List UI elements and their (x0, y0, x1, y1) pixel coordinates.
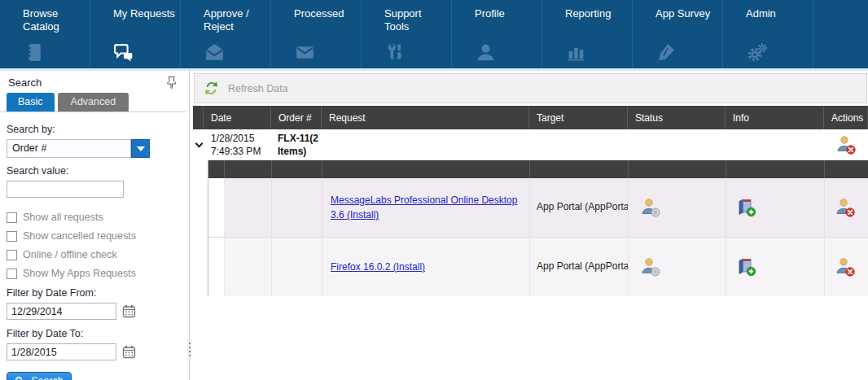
header-gutter (193, 106, 204, 129)
checkbox-label: Show cancelled requests (23, 230, 136, 242)
table-row: Firefox 16.0.2 (Install) App Portal (App… (208, 238, 868, 296)
date-from-input[interactable] (7, 303, 116, 320)
pen-icon (655, 41, 722, 63)
search-button[interactable]: Search (7, 372, 72, 380)
panel-splitter[interactable] (186, 71, 193, 380)
search-value-label: Search value: (7, 165, 179, 177)
column-header-date[interactable]: Date (204, 106, 271, 129)
order-group-row: 1/28/2015 7:49:33 PM FLX-11(2 Items) (193, 129, 868, 160)
nav-tab-reporting[interactable]: Reporting (542, 0, 633, 68)
person-icon (475, 41, 541, 63)
search-by-select[interactable]: Order # (7, 139, 150, 158)
refresh-icon (201, 78, 221, 98)
nav-tab-admin[interactable]: Admin (723, 0, 813, 68)
nav-tab-label: Profile (475, 7, 538, 20)
person-status-icon (640, 256, 661, 277)
refresh-label: Refresh Data (228, 83, 288, 94)
checkbox-label: Show all requests (23, 212, 103, 223)
sub-table-header (208, 160, 868, 178)
column-header-order[interactable]: Order # (271, 106, 322, 129)
info-cell (726, 238, 825, 296)
calendar-icon[interactable] (122, 345, 136, 359)
requests-pane: Refresh Data Date Order # Request Target… (193, 71, 868, 380)
actions-cell (825, 238, 868, 296)
column-header-request[interactable]: Request (322, 106, 529, 129)
install-package-icon[interactable] (736, 256, 757, 277)
nav-tab-label: Admin (746, 7, 809, 20)
nav-tab-browse-catalog[interactable]: Browse Catalog (0, 0, 90, 68)
dropdown-button[interactable] (131, 139, 150, 158)
nav-tab-processed[interactable]: Processed (271, 0, 362, 68)
person-cancel-icon[interactable] (824, 134, 868, 155)
target-cell: App Portal (AppPortal) on SCHAPAPPCM12BO… (530, 178, 629, 237)
checkbox-show-all-requests[interactable]: Show all requests (7, 212, 179, 223)
envelope-icon (294, 41, 361, 63)
person-cancel-icon[interactable] (835, 197, 856, 218)
checkbox[interactable] (7, 269, 17, 279)
status-cell (629, 238, 726, 296)
actions-cell (825, 178, 868, 237)
request-link[interactable]: Firefox 16.0.2 (Install) (331, 260, 425, 274)
search-by-label: Search by: (7, 124, 179, 135)
nav-tab-profile[interactable]: Profile (452, 0, 542, 68)
install-package-icon[interactable] (736, 197, 757, 218)
checkbox[interactable] (7, 231, 17, 242)
bar-chart-icon (565, 41, 632, 63)
order-items-table: MessageLabs Professional Online Desktop … (208, 160, 868, 296)
search-button-label: Search (31, 375, 64, 380)
nav-tab-label: App Survey (655, 7, 719, 20)
group-date: 1/28/2015 7:49:33 PM (204, 132, 271, 158)
target-cell: App Portal (AppPortal) on SCHAPAPPCM12BO… (530, 238, 629, 296)
pin-icon[interactable] (167, 76, 178, 89)
checkbox[interactable] (7, 212, 17, 223)
table-row: MessageLabs Professional Online Desktop … (208, 178, 868, 238)
nav-tab-label: Reporting (565, 7, 629, 20)
tab-advanced[interactable]: Advanced (58, 93, 129, 111)
nav-tab-approve-reject[interactable]: Approve / Reject (181, 0, 271, 68)
person-cancel-icon[interactable] (835, 256, 856, 277)
top-nav: Browse Catalog My Requests Approve / Rej… (0, 0, 868, 68)
tools-icon (384, 41, 451, 63)
column-header-actions[interactable]: Actions (824, 106, 868, 129)
checkbox-online-offline-check[interactable]: Online / offline check (7, 249, 179, 260)
search-panel-title: Search (8, 76, 167, 89)
nav-tab-label: Processed (294, 7, 357, 20)
splitter-line (189, 71, 190, 380)
table-header: Date Order # Request Target Status Info … (193, 106, 868, 129)
checkbox-show-cancelled-requests[interactable]: Show cancelled requests (7, 230, 179, 242)
date-to-input[interactable] (7, 343, 116, 360)
toolbar: Refresh Data (194, 73, 867, 103)
column-header-info[interactable]: Info (726, 106, 824, 129)
expand-chevron-icon[interactable] (193, 142, 204, 149)
info-cell (726, 178, 825, 237)
nav-tab-support-tools[interactable]: Support Tools (362, 0, 452, 68)
search-tabs: Basic Advanced (0, 92, 186, 112)
date-from-label: Filter by Date From: (7, 287, 179, 299)
search-icon (15, 376, 25, 380)
open-envelope-icon (204, 41, 270, 63)
checkbox-label: Show My Apps Requests (23, 268, 136, 279)
person-status-icon (640, 197, 661, 218)
search-by-value: Order # (7, 139, 131, 158)
calendar-icon[interactable] (122, 304, 136, 318)
nav-tab-my-requests[interactable]: My Requests (90, 0, 181, 68)
tab-basic[interactable]: Basic (7, 93, 55, 111)
chevron-down-icon (137, 146, 145, 151)
checkbox[interactable] (7, 250, 17, 260)
checkbox-label: Online / offline check (23, 249, 117, 260)
chat-bubbles-icon (113, 41, 180, 63)
nav-tab-label: My Requests (113, 7, 177, 20)
column-header-status[interactable]: Status (628, 106, 726, 129)
search-panel: Search Basic Advanced Search by: Order #… (0, 71, 186, 380)
date-to-label: Filter by Date To: (7, 328, 179, 339)
splitter-handle[interactable] (187, 339, 191, 360)
nav-tab-label: Support Tools (384, 7, 448, 34)
nav-tab-label: Browse Catalog (23, 7, 86, 34)
checkbox-show-my-apps-requests[interactable]: Show My Apps Requests (7, 268, 179, 279)
request-link[interactable]: MessageLabs Professional Online Desktop … (331, 193, 521, 222)
column-header-target[interactable]: Target (529, 106, 628, 129)
refresh-data-button[interactable]: Refresh Data (201, 78, 288, 98)
gears-icon (746, 41, 813, 63)
nav-tab-app-survey[interactable]: App Survey (633, 0, 723, 68)
search-value-input[interactable] (7, 181, 124, 198)
